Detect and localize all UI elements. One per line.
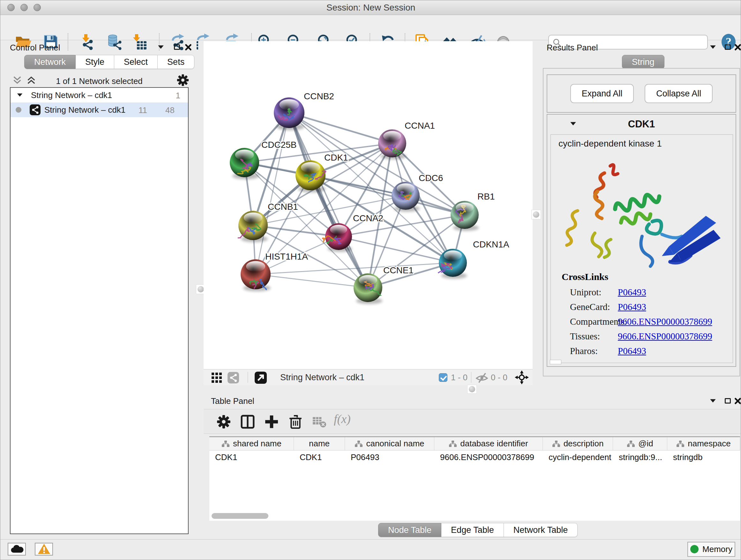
column-source-icon: [221, 440, 230, 447]
title-bar: Session: New Session: [0, 0, 741, 15]
table-cell[interactable]: stringdb: [667, 450, 740, 464]
import-table-button[interactable]: [131, 34, 148, 50]
column-source-icon: [354, 440, 363, 447]
open-in-window-icon[interactable]: [255, 372, 267, 384]
results-panel-float-icon[interactable]: [725, 44, 731, 50]
column-header-name[interactable]: name: [294, 437, 345, 450]
crosslinks-title: CrossLinks: [562, 271, 608, 282]
column-header-namespace[interactable]: namespace: [667, 437, 740, 450]
table-cell[interactable]: stringdb:9...: [613, 450, 667, 464]
tab-sets[interactable]: Sets: [158, 55, 194, 69]
crosslink-value-link[interactable]: P06493: [618, 346, 646, 356]
tab-network-table[interactable]: Network Table: [504, 523, 578, 537]
control-panel-close-icon[interactable]: [185, 44, 192, 51]
table-cell[interactable]: cyclin-dependent ...: [543, 450, 613, 464]
delete-column-button[interactable]: [288, 415, 303, 429]
right-splitter-grip[interactable]: [531, 210, 541, 219]
table-hscroll-thumb[interactable]: [212, 513, 268, 519]
table-row[interactable]: CDK1CDK1P064939606.ENSP00000378699cyclin…: [209, 450, 740, 464]
table-cell[interactable]: P06493: [345, 450, 434, 464]
network-edge-CCNB2-CCNA1[interactable]: [289, 113, 392, 143]
crosslink-value-link[interactable]: 9606.ENSP00000378699: [618, 331, 712, 341]
birdseye-crosshair-icon[interactable]: [515, 370, 529, 384]
delete-table-button-disabled: [312, 415, 327, 429]
network-options-gear-icon[interactable]: [177, 74, 189, 86]
tab-string[interactable]: String: [622, 55, 664, 69]
network-node-CCNB1[interactable]: [238, 211, 268, 242]
table-splitter-grip[interactable]: [467, 385, 477, 394]
table-settings-button[interactable]: [216, 415, 231, 429]
column-header--id[interactable]: @id: [613, 437, 667, 450]
control-panel-menu-icon[interactable]: [158, 45, 164, 49]
table-cell[interactable]: 9606.ENSP00000378699: [434, 450, 543, 464]
network-node-CDK1[interactable]: [295, 160, 326, 192]
network-collection-label: String Network – cdk1: [31, 90, 112, 100]
column-header-database-identifier[interactable]: database identifier: [434, 437, 543, 450]
window-title: Session: New Session: [0, 3, 741, 13]
warnings-button[interactable]: [35, 543, 53, 556]
warning-icon: [38, 543, 51, 554]
collapse-all-button[interactable]: Collapse All: [645, 84, 713, 103]
statusbar-separator: [471, 372, 471, 383]
network-node-CCNE1[interactable]: [354, 273, 382, 304]
table-panel-close-icon[interactable]: [734, 397, 741, 405]
network-collection-row[interactable]: String Network – cdk1 1: [10, 88, 188, 103]
table-cell[interactable]: CDK1: [294, 450, 345, 464]
network-node-CDC25B[interactable]: [230, 148, 259, 179]
tab-select[interactable]: Select: [114, 55, 158, 69]
hidden-eye-icon[interactable]: [475, 372, 489, 383]
cloud-icon: [10, 544, 23, 553]
network-edge-HIST1H1A-CCNE1[interactable]: [256, 274, 368, 288]
results-panel-title: Results Panel: [547, 43, 598, 53]
tab-node-table[interactable]: Node Table: [378, 523, 441, 537]
left-splitter[interactable]: [198, 41, 204, 394]
network-row-label: String Network – cdk1: [44, 105, 125, 115]
network-edge-CCNA2-CDKN1A[interactable]: [339, 237, 453, 263]
results-panel-menu-icon[interactable]: [710, 45, 716, 49]
memory-status-dot: [690, 545, 698, 553]
results-hscroll-thumb[interactable]: [550, 360, 561, 364]
import-network-button[interactable]: [78, 34, 95, 50]
crosslink-row: Uniprot:P06493: [558, 285, 731, 300]
network-node-HIST1H1A[interactable]: [241, 259, 271, 292]
crosslink-value-link[interactable]: P06493: [618, 287, 646, 298]
network-node-RB1[interactable]: [451, 201, 479, 231]
show-columns-button[interactable]: [240, 415, 255, 429]
network-node-CCNA1[interactable]: [378, 129, 406, 159]
crosslink-label: GeneCard:: [558, 302, 618, 312]
table-cell[interactable]: CDK1: [209, 450, 294, 464]
import-database-button[interactable]: [106, 34, 123, 50]
network-share-icon-gray[interactable]: [227, 372, 239, 383]
memory-button[interactable]: Memory: [687, 542, 735, 557]
tab-style[interactable]: Style: [76, 55, 114, 69]
expand-all-button[interactable]: Expand All: [570, 84, 634, 103]
cloud-button[interactable]: [8, 543, 26, 556]
results-panel-close-icon[interactable]: [734, 44, 741, 51]
tab-edge-table[interactable]: Edge Table: [441, 523, 504, 537]
column-header-description[interactable]: description: [543, 437, 613, 450]
expand-all-tree-icon[interactable]: [26, 76, 36, 84]
grid-view-icon[interactable]: [212, 373, 222, 383]
add-column-button[interactable]: [264, 415, 279, 429]
column-header-canonical-name[interactable]: canonical name: [345, 437, 434, 450]
column-header-label: description: [563, 439, 604, 449]
column-header-shared-name[interactable]: shared name: [209, 437, 294, 450]
network-canvas[interactable]: CCNB2CCNA1CDC25BCDK1CDC6RB1CCNB1CCNA2CDK…: [204, 41, 533, 369]
table-panel-menu-icon[interactable]: [710, 399, 716, 402]
table-panel-float-icon[interactable]: [725, 398, 731, 403]
network-row-selected[interactable]: String Network – cdk1 11 48: [10, 103, 188, 117]
collapse-all-tree-icon[interactable]: [12, 76, 22, 84]
column-source-icon: [552, 440, 560, 447]
crosslink-value-link[interactable]: P06493: [618, 302, 646, 312]
network-node-CDC6[interactable]: [392, 182, 420, 212]
node-count: 11: [128, 105, 147, 115]
table-splitter[interactable]: [204, 385, 741, 394]
tab-network[interactable]: Network: [24, 55, 76, 69]
right-splitter[interactable]: [533, 41, 540, 394]
network-node-CCNB2[interactable]: [274, 98, 305, 130]
node-label-CCNB1: CCNB1: [268, 202, 298, 212]
crosslink-value-link[interactable]: 9606.ENSP00000378699: [618, 316, 712, 327]
tree-expander-icon[interactable]: [17, 94, 23, 97]
control-panel-float-icon[interactable]: [174, 44, 180, 50]
selected-checkbox-icon[interactable]: [439, 373, 448, 382]
